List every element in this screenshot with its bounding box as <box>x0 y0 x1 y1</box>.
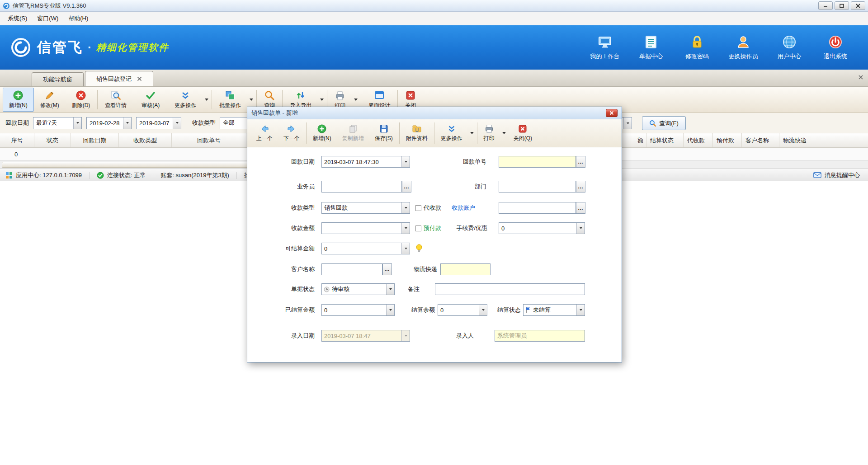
switch-operator-button[interactable]: 更换操作员 <box>727 34 760 61</box>
filter-type-label: 收款类型 <box>192 119 216 127</box>
dropdown-arrow[interactable] <box>401 202 410 213</box>
receipt-account-browse-button[interactable]: … <box>576 202 585 214</box>
dialog-print-dropdown[interactable] <box>500 120 508 146</box>
view-detail-button[interactable]: 查看详情 <box>99 88 133 112</box>
more-actions-button[interactable]: 更多操作 <box>168 88 203 112</box>
chevron-down-icon <box>502 132 506 134</box>
dropdown-arrow[interactable] <box>576 305 585 315</box>
my-workbench-button[interactable]: 我的工作台 <box>589 34 621 61</box>
more-actions-dropdown[interactable] <box>203 88 211 112</box>
dropdown-arrow[interactable] <box>173 117 181 129</box>
column-header-agency[interactable]: 代收款 <box>684 133 713 147</box>
previous-record-button[interactable]: 上一个 <box>251 120 278 146</box>
dialog-title-bar[interactable]: 销售回款单 - 新增 <box>247 107 622 119</box>
status-message-center[interactable]: 消息提醒中心 <box>813 171 863 179</box>
dropdown-arrow[interactable] <box>623 117 632 129</box>
dropdown-arrow[interactable] <box>73 117 81 129</box>
attachments-button[interactable]: 附件资料 <box>401 120 433 146</box>
receipt-account-input[interactable] <box>499 202 576 214</box>
column-header-seq[interactable]: 序号 <box>0 133 34 147</box>
dropdown-arrow[interactable] <box>401 223 410 234</box>
edit-button[interactable]: 修改(M) <box>34 88 66 112</box>
banner-action-label: 修改密码 <box>685 52 709 61</box>
customer-browse-button[interactable]: … <box>382 263 392 275</box>
dropdown-arrow[interactable] <box>386 305 394 315</box>
save-button[interactable]: 保存(S) <box>369 120 398 146</box>
window-design-icon <box>374 90 385 101</box>
tab-close-icon[interactable] <box>137 76 142 81</box>
tab-sales-payment-register[interactable]: 销售回款登记 <box>85 71 153 86</box>
column-header-date[interactable]: 回款日期 <box>71 133 119 147</box>
settle-status-combo[interactable]: 未结算 <box>523 304 585 316</box>
audit-button[interactable]: 审核(A) <box>135 88 166 112</box>
agency-receipt-checkbox[interactable]: 代收款 <box>415 202 441 214</box>
banner-action-label: 我的工作台 <box>590 52 620 61</box>
exit-system-button[interactable]: 退出系统 <box>819 34 852 61</box>
dropdown-arrow[interactable] <box>479 305 487 315</box>
prepay-checkbox[interactable]: 预付款 <box>415 222 441 234</box>
dialog-more-dropdown[interactable] <box>468 120 476 146</box>
column-header-logistics[interactable]: 物流快递 <box>779 133 819 147</box>
fee-combo[interactable]: 0 <box>499 222 585 234</box>
customer-input[interactable] <box>321 263 382 275</box>
balance-combo[interactable]: 0 <box>438 304 487 316</box>
doc-status-combo[interactable]: 待审核 <box>321 283 395 295</box>
toolbar-separator <box>97 90 98 109</box>
delete-button[interactable]: 删除(D) <box>66 88 97 112</box>
date-from-combo[interactable]: 2019-02-28 <box>86 117 132 129</box>
user-center-button[interactable]: 用户中心 <box>773 34 806 61</box>
dropdown-arrow[interactable] <box>401 156 410 167</box>
column-header-prepay[interactable]: 预付款 <box>713 133 742 147</box>
menu-help[interactable]: 帮助(H) <box>63 12 93 25</box>
column-header-settle-status[interactable]: 结算状态 <box>646 133 684 147</box>
dialog-close-action-button[interactable]: 关闭(Q) <box>508 120 538 146</box>
batch-actions-button[interactable]: 批量操作 <box>213 88 247 112</box>
menu-system[interactable]: 系统(S) <box>3 12 32 25</box>
settleable-combo[interactable]: 0 <box>321 243 410 254</box>
next-record-button[interactable]: 下一个 <box>278 120 305 146</box>
menu-window[interactable]: 窗口(W) <box>32 12 63 25</box>
department-input[interactable] <box>499 181 576 193</box>
remark-input[interactable] <box>435 283 585 295</box>
doc-no-input[interactable] <box>499 156 576 168</box>
application-window: 信管飞RMS专业版 V9.1.360 系统(S) 窗口(W) 帮助(H) 信管飞 <box>0 0 868 465</box>
change-password-button[interactable]: 修改密码 <box>681 34 713 61</box>
dialog-add-button[interactable]: 新增(N) <box>307 120 337 146</box>
query-button[interactable]: 查询(F) <box>642 116 686 130</box>
maximize-button[interactable] <box>835 1 849 10</box>
column-header-customer[interactable]: 客户名称 <box>742 133 779 147</box>
document-center-button[interactable]: 单据中心 <box>635 34 667 61</box>
receipt-type-combo[interactable]: 销售回款 <box>321 202 410 214</box>
date-to-combo[interactable]: 2019-03-07 <box>136 117 181 129</box>
logistics-input[interactable] <box>440 263 491 275</box>
dropdown-arrow[interactable] <box>576 223 585 234</box>
salesman-browse-button[interactable]: … <box>402 181 411 193</box>
amount-combo[interactable] <box>321 222 410 234</box>
column-header-status[interactable]: 状态 <box>34 133 71 147</box>
dropdown-arrow[interactable] <box>123 117 131 129</box>
date-preset-combo[interactable]: 最近7天 <box>33 117 82 129</box>
status-app-center-text: 应用中心: 127.0.0.1:7099 <box>16 171 82 179</box>
dialog-more-actions-button[interactable]: 更多操作 <box>435 120 468 146</box>
hint-lightbulb-icon[interactable] <box>415 244 423 254</box>
column-header-docno[interactable]: 回款单号 <box>172 133 246 147</box>
power-icon <box>828 34 843 50</box>
tabbar-close-icon[interactable] <box>858 75 863 80</box>
dropdown-arrow[interactable] <box>401 243 410 254</box>
form-row-amount: 收款金额 预付款 手续费/优惠 0 <box>247 222 622 234</box>
doc-no-browse-button[interactable]: … <box>576 156 585 168</box>
toolbar-separator <box>306 122 307 144</box>
tab-function-navigator[interactable]: 功能导航窗 <box>32 72 84 86</box>
salesman-input[interactable] <box>321 181 402 193</box>
minimize-button[interactable] <box>818 1 833 10</box>
settled-combo[interactable]: 0 <box>321 304 395 316</box>
department-browse-button[interactable]: … <box>576 181 585 193</box>
payment-date-combo[interactable]: 2019-03-07 18:47:30 <box>321 156 410 168</box>
receipt-account-link[interactable]: 收款账户 <box>452 202 475 214</box>
document-list-icon <box>643 34 659 50</box>
dialog-close-button[interactable] <box>606 109 618 117</box>
dialog-print-button[interactable]: 打印 <box>478 120 500 146</box>
close-button[interactable] <box>851 1 865 10</box>
add-button[interactable]: 新增(N) <box>3 88 34 112</box>
column-header-type[interactable]: 收款类型 <box>119 133 172 147</box>
